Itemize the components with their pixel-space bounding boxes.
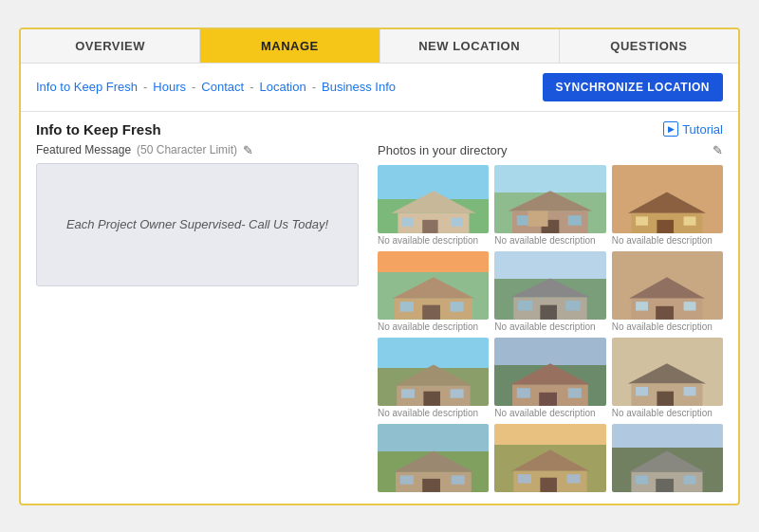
svg-rect-9 (568, 215, 582, 226)
photo-desc: No available description (612, 321, 723, 332)
svg-rect-39 (517, 388, 530, 398)
photo-desc: No available description (378, 235, 489, 246)
photos-header: Photos in your directory ✎ (378, 143, 723, 157)
photo-thumb[interactable] (494, 424, 605, 492)
svg-marker-21 (510, 278, 590, 297)
svg-rect-60 (684, 475, 696, 484)
svg-marker-41 (628, 363, 706, 383)
svg-rect-25 (565, 301, 580, 311)
photo-thumb[interactable] (494, 251, 605, 320)
svg-rect-14 (636, 216, 648, 225)
svg-rect-23 (540, 304, 557, 319)
character-limit: (50 Character Limit) (137, 143, 237, 156)
photo-item (378, 424, 489, 494)
tab-manage[interactable]: MANAGE (200, 29, 380, 63)
photo-thumb[interactable] (378, 338, 489, 406)
photo-thumb[interactable] (494, 338, 605, 406)
photo-thumb[interactable] (378, 424, 489, 492)
svg-marker-5 (508, 191, 592, 211)
photo-desc: No available description (378, 321, 489, 332)
top-nav: OVERVIEW MANAGE NEW LOCATION QUESTIONS (21, 29, 738, 64)
svg-rect-4 (451, 217, 462, 226)
sep-2: - (192, 80, 195, 94)
svg-rect-48 (422, 478, 440, 491)
svg-rect-29 (636, 302, 648, 310)
edit-icon[interactable]: ✎ (243, 143, 253, 157)
svg-rect-13 (657, 219, 675, 232)
subnav-hours[interactable]: Hours (153, 80, 186, 94)
tutorial-link[interactable]: ▶ Tutorial (663, 121, 723, 137)
sync-button[interactable]: SYNCHRONIZE LOCATION (543, 73, 723, 101)
svg-marker-31 (395, 364, 472, 385)
svg-rect-49 (399, 475, 413, 484)
sep-1: - (143, 80, 147, 94)
photo-item: No available description (494, 165, 605, 246)
svg-rect-43 (657, 391, 675, 405)
photo-item (612, 424, 723, 494)
svg-rect-20 (450, 302, 463, 312)
svg-marker-0 (391, 191, 475, 212)
photo-thumb[interactable] (612, 424, 723, 492)
svg-rect-45 (684, 387, 696, 395)
right-panel: Photos in your directory ✎ (378, 143, 723, 494)
svg-rect-44 (636, 387, 648, 395)
app-container: OVERVIEW MANAGE NEW LOCATION QUESTIONS I… (19, 28, 740, 505)
photo-item: No available description (494, 251, 605, 332)
svg-marker-56 (629, 450, 705, 471)
tab-overview[interactable]: OVERVIEW (21, 29, 200, 63)
photo-item: No available description (612, 165, 723, 246)
subnav-info[interactable]: Info to Keep Fresh (36, 80, 138, 94)
svg-rect-35 (450, 389, 463, 397)
tab-questions[interactable]: QUESTIONS (560, 29, 738, 63)
svg-rect-58 (657, 478, 675, 491)
photo-item: No available description (612, 338, 723, 418)
photo-thumb[interactable] (378, 251, 489, 320)
photo-item: No available description (494, 338, 605, 418)
svg-marker-46 (393, 450, 472, 471)
photo-item (494, 424, 605, 494)
featured-message-text: Each Project Owner Supervised- Call Us T… (66, 217, 328, 231)
photos-title: Photos in your directory (378, 143, 508, 157)
photo-thumb[interactable] (612, 165, 723, 233)
photos-edit-icon[interactable]: ✎ (713, 143, 723, 157)
main-content: Featured Message (50 Character Limit) ✎ … (21, 143, 738, 504)
tutorial-label: Tutorial (682, 122, 723, 137)
svg-marker-11 (628, 192, 706, 212)
svg-rect-50 (451, 475, 464, 484)
svg-rect-54 (518, 474, 531, 483)
svg-rect-30 (684, 302, 696, 310)
svg-marker-36 (510, 363, 590, 384)
sep-3: - (250, 80, 253, 94)
svg-rect-10 (528, 211, 548, 226)
svg-rect-38 (539, 392, 557, 405)
svg-rect-55 (567, 474, 581, 483)
message-box: Each Project Owner Supervised- Call Us T… (36, 163, 359, 286)
subnav-business[interactable]: Business Info (322, 80, 396, 94)
section-title: Info to Keep Fresh (36, 121, 161, 138)
video-icon: ▶ (663, 121, 678, 137)
svg-rect-40 (568, 388, 582, 398)
subnav-location[interactable]: Location (259, 80, 305, 94)
svg-marker-51 (511, 449, 589, 470)
photo-thumb[interactable] (612, 251, 723, 320)
tab-new-location[interactable]: NEW LOCATION (380, 29, 560, 63)
left-panel: Featured Message (50 Character Limit) ✎ … (36, 143, 359, 494)
photo-thumb[interactable] (494, 165, 605, 233)
photo-desc: No available description (494, 235, 605, 246)
photo-item: No available description (612, 251, 723, 332)
photo-thumb[interactable] (612, 338, 723, 406)
featured-label: Featured Message (50 Character Limit) ✎ (36, 143, 359, 157)
section-header: Info to Keep Fresh ▶ Tutorial (21, 112, 738, 143)
svg-rect-15 (684, 216, 696, 225)
photo-item: No available description (378, 338, 489, 418)
sep-4: - (312, 80, 316, 94)
photo-thumb[interactable] (378, 165, 489, 233)
svg-rect-53 (540, 477, 557, 491)
subnav-contact[interactable]: Contact (201, 80, 244, 94)
svg-rect-34 (401, 389, 415, 397)
photo-item: No available description (378, 251, 489, 332)
photo-desc: No available description (612, 235, 723, 246)
photo-desc: No available description (612, 408, 723, 418)
photo-item: No available description (378, 165, 489, 246)
svg-rect-3 (402, 217, 414, 226)
